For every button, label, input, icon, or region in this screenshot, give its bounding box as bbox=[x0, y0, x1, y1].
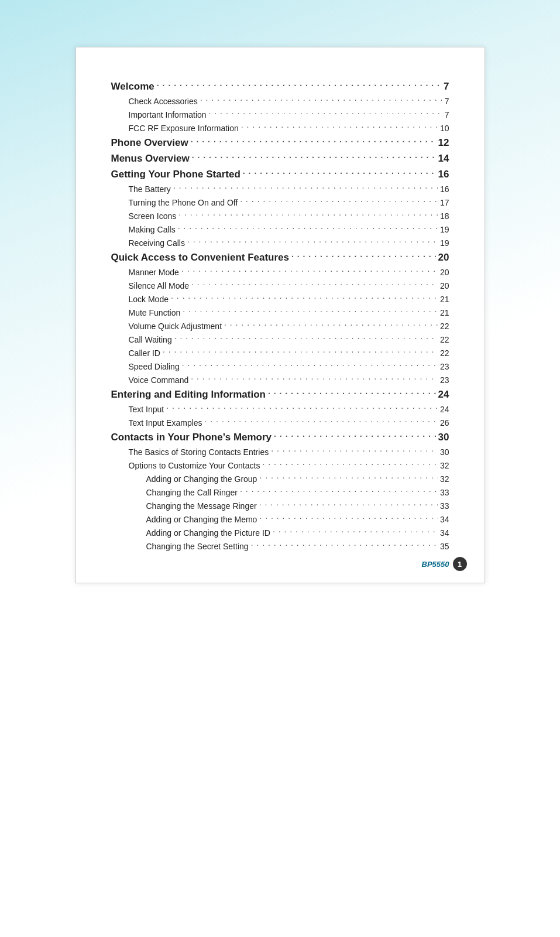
toc-dots-16 bbox=[183, 305, 438, 316]
toc-dots-10 bbox=[178, 221, 438, 232]
toc-page-24: 26 bbox=[440, 418, 449, 428]
page-container: Welcome7Check Accessories7Important Info… bbox=[75, 47, 485, 583]
toc-entry-1: Check Accessories7 bbox=[111, 95, 449, 106]
toc-page-25: 30 bbox=[438, 432, 449, 443]
toc-page-20: 23 bbox=[440, 362, 449, 371]
toc-page-17: 22 bbox=[440, 322, 449, 331]
toc-label-25: Contacts in Your Phone’s Memory bbox=[111, 432, 272, 443]
toc-entry-14: Silence All Mode20 bbox=[111, 279, 449, 290]
toc-label-18: Call Waiting bbox=[129, 335, 172, 344]
toc-label-15: Lock Mode bbox=[129, 295, 169, 304]
toc-dots-18 bbox=[174, 331, 438, 343]
toc-label-16: Mute Function bbox=[129, 308, 181, 317]
toc-dots-5 bbox=[192, 151, 436, 163]
toc-dots-7 bbox=[173, 181, 438, 192]
toc-label-30: Changing the Message Ringer bbox=[146, 501, 257, 511]
toc-dots-33 bbox=[251, 538, 438, 549]
toc-entry-9: Screen Icons18 bbox=[111, 210, 449, 221]
toc-label-14: Silence All Mode bbox=[129, 281, 190, 290]
toc-entry-19: Caller ID22 bbox=[111, 347, 449, 358]
toc-entry-23: Text Input24 bbox=[111, 403, 449, 414]
toc-entry-0: Welcome7 bbox=[111, 80, 449, 93]
toc-page-3: 10 bbox=[440, 124, 449, 133]
toc-entry-29: Changing the Call Ringer33 bbox=[111, 486, 449, 497]
toc-label-0: Welcome bbox=[111, 81, 154, 93]
toc-label-2: Important Information bbox=[129, 110, 207, 119]
toc-label-22: Entering and Editing Information bbox=[111, 389, 266, 401]
toc-entry-21: Voice Command23 bbox=[111, 374, 449, 385]
toc-dots-22 bbox=[268, 387, 436, 399]
toc-dots-27 bbox=[262, 457, 438, 468]
toc-dots-1 bbox=[200, 93, 442, 104]
toc-entry-10: Making Calls19 bbox=[111, 223, 449, 234]
toc-entry-33: Changing the Secret Setting35 bbox=[111, 540, 449, 551]
toc-page-21: 23 bbox=[440, 375, 449, 385]
toc-page-0: 7 bbox=[444, 81, 449, 93]
toc-dots-23 bbox=[166, 401, 438, 412]
toc-label-28: Adding or Changing the Group bbox=[146, 474, 257, 484]
toc-page-5: 14 bbox=[438, 153, 449, 165]
toc-entry-17: Volume Quick Adjustment22 bbox=[111, 320, 449, 331]
toc-label-20: Speed Dialing bbox=[129, 362, 180, 371]
toc-container: Welcome7Check Accessories7Important Info… bbox=[111, 80, 449, 551]
toc-label-12: Quick Access to Convenient Features bbox=[111, 252, 290, 264]
toc-entry-31: Adding or Changing the Memo34 bbox=[111, 513, 449, 524]
toc-dots-2 bbox=[209, 107, 442, 118]
toc-page-1: 7 bbox=[445, 97, 449, 106]
toc-entry-15: Lock Mode21 bbox=[111, 293, 449, 304]
toc-entry-27: Options to Customize Your Contacts32 bbox=[111, 459, 449, 470]
toc-entry-22: Entering and Editing Information24 bbox=[111, 388, 449, 401]
toc-page-2: 7 bbox=[445, 110, 449, 119]
toc-page-16: 21 bbox=[440, 308, 449, 317]
toc-dots-21 bbox=[191, 372, 438, 383]
toc-label-27: Options to Customize Your Contacts bbox=[129, 461, 260, 470]
toc-label-33: Changing the Secret Setting bbox=[146, 542, 249, 551]
toc-entry-7: The Battery16 bbox=[111, 183, 449, 194]
toc-label-24: Text Input Examples bbox=[129, 418, 202, 428]
toc-label-17: Volume Quick Adjustment bbox=[129, 322, 222, 331]
toc-label-31: Adding or Changing the Memo bbox=[146, 515, 257, 524]
footer: BP5550 1 bbox=[422, 557, 467, 571]
toc-page-23: 24 bbox=[440, 405, 449, 414]
toc-page-11: 19 bbox=[440, 238, 449, 248]
toc-label-23: Text Input bbox=[129, 405, 164, 414]
toc-entry-16: Mute Function21 bbox=[111, 306, 449, 317]
toc-dots-15 bbox=[171, 291, 438, 302]
toc-dots-17 bbox=[224, 318, 438, 329]
toc-dots-4 bbox=[191, 135, 436, 147]
toc-dots-3 bbox=[241, 120, 438, 131]
toc-dots-19 bbox=[163, 345, 438, 356]
toc-label-21: Voice Command bbox=[129, 375, 189, 385]
toc-dots-26 bbox=[271, 444, 438, 455]
toc-label-5: Menus Overview bbox=[111, 153, 190, 165]
toc-entry-13: Manner Mode20 bbox=[111, 266, 449, 277]
toc-entry-32: Adding or Changing the Picture ID34 bbox=[111, 526, 449, 538]
toc-page-18: 22 bbox=[440, 335, 449, 344]
toc-dots-30 bbox=[259, 498, 438, 509]
toc-dots-8 bbox=[240, 194, 438, 206]
toc-label-29: Changing the Call Ringer bbox=[146, 488, 238, 497]
footer-model: BP5550 bbox=[422, 560, 449, 569]
toc-entry-28: Adding or Changing the Group32 bbox=[111, 473, 449, 484]
toc-page-15: 21 bbox=[440, 295, 449, 304]
toc-label-3: FCC RF Exposure Information bbox=[129, 124, 239, 133]
toc-dots-9 bbox=[178, 208, 438, 219]
toc-page-8: 17 bbox=[440, 198, 449, 207]
toc-entry-3: FCC RF Exposure Information10 bbox=[111, 122, 449, 133]
toc-page-19: 22 bbox=[440, 348, 449, 358]
toc-page-7: 16 bbox=[440, 184, 449, 194]
toc-label-9: Screen Icons bbox=[129, 211, 177, 221]
toc-dots-32 bbox=[273, 525, 438, 536]
toc-label-19: Caller ID bbox=[129, 348, 160, 358]
toc-entry-18: Call Waiting22 bbox=[111, 333, 449, 344]
toc-entry-20: Speed Dialing23 bbox=[111, 360, 449, 371]
toc-dots-29 bbox=[240, 484, 438, 495]
toc-dots-11 bbox=[187, 235, 438, 246]
toc-page-9: 18 bbox=[440, 211, 449, 221]
toc-entry-8: Turning the Phone On and Off17 bbox=[111, 196, 449, 207]
footer-page-number: 1 bbox=[453, 557, 467, 571]
toc-label-26: The Basics of Storing Contacts Entries bbox=[129, 447, 269, 457]
toc-entry-2: Important Information7 bbox=[111, 108, 449, 119]
toc-dots-20 bbox=[182, 358, 438, 370]
toc-label-4: Phone Overview bbox=[111, 137, 188, 149]
